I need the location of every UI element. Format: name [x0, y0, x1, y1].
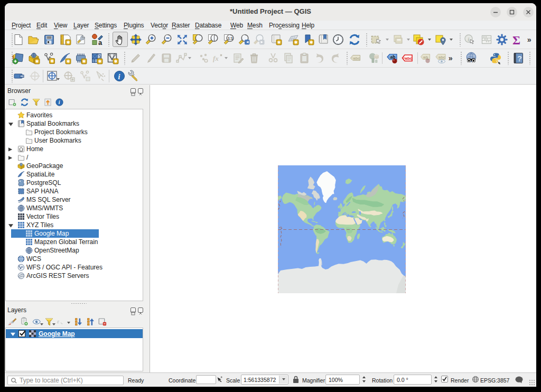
svg-text:i: i: [58, 99, 60, 105]
svg-text:»: »: [527, 35, 531, 44]
svg-text:a: a: [98, 39, 102, 46]
svg-text:abc: abc: [439, 55, 445, 60]
svg-text:i: i: [118, 73, 120, 81]
svg-text:1:1: 1:1: [228, 36, 233, 40]
svg-text:fx: fx: [213, 54, 219, 62]
svg-text:»: »: [449, 54, 453, 62]
svg-text:abc: abc: [353, 56, 360, 61]
svg-text:abc: abc: [405, 56, 413, 61]
svg-text:Σ: Σ: [512, 33, 520, 46]
svg-text:?: ?: [517, 54, 522, 63]
svg-text:ε: ε: [57, 319, 60, 324]
